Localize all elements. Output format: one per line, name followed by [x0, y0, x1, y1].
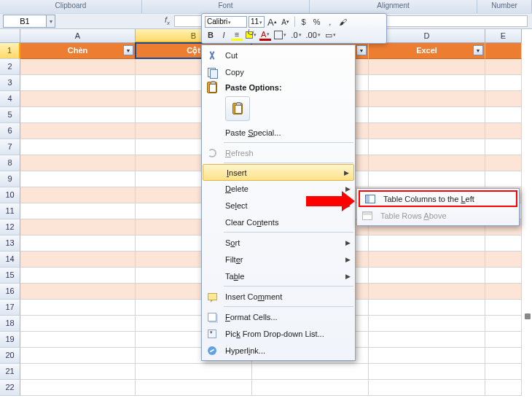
row-header-16[interactable]: 16 — [0, 284, 20, 300]
cell-E4[interactable] — [485, 91, 522, 107]
mini-font-size[interactable]: 11 — [249, 16, 265, 28]
row-header-9[interactable]: 9 — [0, 171, 20, 187]
currency-button[interactable]: $ — [298, 16, 310, 28]
cell-A7[interactable] — [20, 139, 136, 155]
cell-E8[interactable] — [485, 155, 522, 171]
font-color-button[interactable]: A — [259, 29, 271, 41]
select-all-corner[interactable] — [0, 29, 20, 43]
cell-A19[interactable] — [20, 332, 136, 348]
cell-E16[interactable] — [485, 284, 522, 300]
italic-button[interactable]: I — [218, 29, 230, 41]
row-header-4[interactable]: 4 — [0, 91, 20, 107]
cell-E7[interactable] — [485, 139, 522, 155]
ctx-clear-contents[interactable]: Clear Contents — [202, 214, 355, 230]
cell-D21[interactable] — [369, 364, 485, 380]
ctx-insert-comment[interactable]: Insert Comment — [202, 288, 355, 305]
cell-A12[interactable] — [20, 219, 136, 235]
cell-A5[interactable] — [20, 107, 136, 123]
row-header-18[interactable]: 18 — [0, 316, 20, 332]
cell-B22[interactable] — [136, 380, 252, 396]
cell-A11[interactable] — [20, 203, 136, 219]
cell-E20[interactable] — [485, 348, 522, 364]
cell-A20[interactable] — [20, 348, 136, 364]
grow-font-button[interactable]: A▴ — [266, 16, 278, 28]
ctx-filter[interactable]: Filter▶ — [202, 251, 355, 268]
cell-D1[interactable]: Excel▼ — [369, 43, 485, 59]
row-header-17[interactable]: 17 — [0, 300, 20, 316]
row-header-3[interactable]: 3 — [0, 75, 20, 91]
cell-D17[interactable] — [369, 300, 485, 316]
cell-E2[interactable] — [485, 59, 522, 75]
ctx-pick-list[interactable]: Pick From Drop-down List... — [202, 325, 355, 342]
borders-button[interactable] — [273, 29, 288, 41]
ctx-table[interactable]: Table▶ — [202, 268, 355, 284]
cell-D5[interactable] — [369, 107, 485, 123]
ctx-sort[interactable]: Sort▶ — [202, 234, 355, 251]
cell-E15[interactable] — [485, 268, 522, 284]
cell-A10[interactable] — [20, 187, 136, 203]
comma-button[interactable]: , — [324, 16, 336, 28]
fill-color-button[interactable] — [244, 29, 258, 41]
name-box-dropdown[interactable]: ▾ — [47, 15, 55, 28]
row-header-15[interactable]: 15 — [0, 268, 20, 284]
cell-C22[interactable] — [252, 380, 369, 396]
cell-E14[interactable] — [485, 252, 522, 268]
mini-font-name[interactable]: Calibri — [205, 16, 247, 28]
cell-D19[interactable] — [369, 332, 485, 348]
row-header-1[interactable]: 1 — [0, 43, 20, 59]
align-center-button[interactable]: ≡ — [231, 29, 243, 41]
increase-decimal-button[interactable]: .0 — [289, 29, 302, 41]
cell-A4[interactable] — [20, 91, 136, 107]
format-painter-icon[interactable]: 🖌 — [337, 16, 349, 28]
row-header-5[interactable]: 5 — [0, 107, 20, 123]
cell-A3[interactable] — [20, 75, 136, 91]
row-header-14[interactable]: 14 — [0, 252, 20, 268]
filter-dropdown-a[interactable]: ▼ — [123, 45, 133, 55]
cell-A8[interactable] — [20, 155, 136, 171]
column-header-a[interactable]: A — [20, 29, 136, 43]
cell-D16[interactable] — [369, 284, 485, 300]
cell-E5[interactable] — [485, 107, 522, 123]
cell-A15[interactable] — [20, 268, 136, 284]
cell-D13[interactable] — [369, 235, 485, 252]
column-header-e[interactable]: E — [485, 29, 522, 43]
cell-D15[interactable] — [369, 268, 485, 284]
row-header-6[interactable]: 6 — [0, 123, 20, 139]
cell-A21[interactable] — [20, 364, 136, 380]
cell-D6[interactable] — [369, 123, 485, 139]
row-header-10[interactable]: 10 — [0, 187, 20, 203]
row-header-21[interactable]: 21 — [0, 364, 20, 380]
cell-E21[interactable] — [485, 364, 522, 380]
cell-A17[interactable] — [20, 300, 136, 316]
row-header-8[interactable]: 8 — [0, 155, 20, 171]
ctx-copy[interactable]: Copy — [202, 63, 355, 80]
cell-D4[interactable] — [369, 91, 485, 107]
cell-A2[interactable] — [20, 59, 136, 75]
cell-E18[interactable] — [485, 316, 522, 332]
cell-D14[interactable] — [369, 252, 485, 268]
cell-A14[interactable] — [20, 252, 136, 268]
row-header-22[interactable]: 22 — [0, 380, 20, 396]
cell-A9[interactable] — [20, 171, 136, 187]
cell-A16[interactable] — [20, 284, 136, 300]
cell-D18[interactable] — [369, 316, 485, 332]
row-header-2[interactable]: 2 — [0, 59, 20, 75]
ctx-hyperlink[interactable]: Hyperlink... — [202, 342, 355, 359]
row-header-19[interactable]: 19 — [0, 332, 20, 348]
cell-D22[interactable] — [369, 380, 485, 396]
cell-A6[interactable] — [20, 123, 136, 139]
cell-E13[interactable] — [485, 235, 522, 252]
cell-D9[interactable] — [369, 171, 485, 187]
cell-B21[interactable] — [136, 364, 252, 380]
percent-button[interactable]: % — [311, 16, 323, 28]
cell-E9[interactable] — [485, 171, 522, 187]
cell-E22[interactable] — [485, 380, 522, 396]
name-box[interactable]: B1 — [3, 15, 47, 28]
shrink-font-button[interactable]: A▾ — [280, 16, 292, 28]
cell-A22[interactable] — [20, 380, 136, 396]
ctx-format-cells[interactable]: Format Cells... — [202, 308, 355, 325]
cell-E3[interactable] — [485, 75, 522, 91]
cell-A18[interactable] — [20, 316, 136, 332]
ctx-cut[interactable]: Cut — [202, 47, 355, 63]
cell-D2[interactable] — [369, 59, 485, 75]
